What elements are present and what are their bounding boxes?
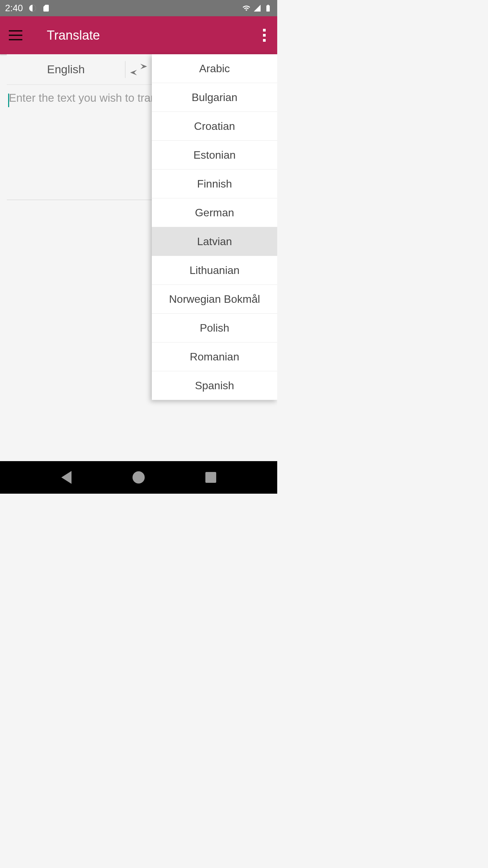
signal-icon: [253, 4, 261, 12]
page-title: Translate: [47, 28, 260, 43]
home-circle-icon: [133, 471, 145, 484]
dropdown-item-finnish[interactable]: Finnish: [152, 170, 277, 198]
navigation-bar: [0, 461, 277, 494]
source-language-button[interactable]: English: [7, 63, 125, 76]
target-language-dropdown: ArabicBulgarianCroatianEstonianFinnishGe…: [152, 54, 277, 400]
swap-languages-button[interactable]: [125, 61, 152, 78]
home-button[interactable]: [131, 470, 146, 485]
dropdown-item-estonian[interactable]: Estonian: [152, 141, 277, 170]
status-right: [242, 4, 272, 12]
battery-icon: [264, 4, 272, 12]
swap-icon: [130, 64, 147, 75]
wifi-icon: [242, 4, 250, 12]
dropdown-item-bulgarian[interactable]: Bulgarian: [152, 83, 277, 112]
recent-apps-button[interactable]: [203, 470, 218, 485]
status-bar: 2:40: [0, 0, 277, 16]
contrast-icon: [28, 4, 37, 12]
dropdown-item-norwegian-bokmål[interactable]: Norwegian Bokmål: [152, 285, 277, 314]
dropdown-item-croatian[interactable]: Croatian: [152, 112, 277, 141]
dropdown-item-latvian[interactable]: Latvian: [152, 227, 277, 256]
text-cursor: [8, 94, 9, 107]
status-left: 2:40: [5, 3, 50, 14]
dropdown-item-spanish[interactable]: Spanish: [152, 371, 277, 400]
back-triangle-icon: [61, 471, 72, 484]
more-options-icon[interactable]: [260, 26, 268, 44]
dropdown-item-polish[interactable]: Polish: [152, 314, 277, 342]
dropdown-item-arabic[interactable]: Arabic: [152, 54, 277, 83]
back-button[interactable]: [59, 470, 74, 485]
dropdown-item-romanian[interactable]: Romanian: [152, 342, 277, 371]
recent-square-icon: [205, 472, 216, 483]
menu-icon[interactable]: [9, 30, 22, 40]
app-bar: Translate: [0, 16, 277, 54]
dropdown-item-lithuanian[interactable]: Lithuanian: [152, 256, 277, 285]
status-time: 2:40: [5, 3, 23, 14]
dropdown-item-german[interactable]: German: [152, 198, 277, 227]
sd-card-icon: [42, 4, 50, 12]
